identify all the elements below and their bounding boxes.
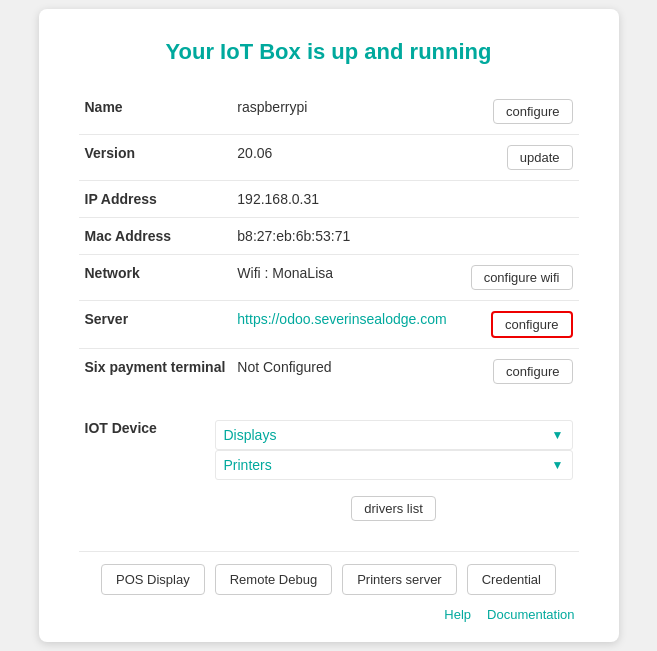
- field-action-4: configure wifi: [459, 255, 579, 301]
- field-value-4: Wifi : MonaLisa: [231, 255, 458, 301]
- server-button[interactable]: configure: [491, 311, 572, 338]
- field-value-0: raspberrypi: [231, 89, 458, 135]
- six-payment-terminal-button[interactable]: configure: [493, 359, 572, 384]
- field-action-2: [459, 181, 579, 218]
- server-link[interactable]: https://odoo.severinsealodge.com: [237, 311, 446, 327]
- field-label-5: Server: [79, 301, 232, 349]
- footer-buttons: POS DisplayRemote DebugPrinters serverCr…: [79, 551, 579, 595]
- field-label-0: Name: [79, 89, 232, 135]
- page-title: Your IoT Box is up and running: [79, 39, 579, 65]
- field-value-5: https://odoo.severinsealodge.com: [231, 301, 458, 349]
- device-item-displays[interactable]: Displays▼: [215, 420, 573, 450]
- field-value-3: b8:27:eb:6b:53:71: [231, 218, 458, 255]
- field-label-4: Network: [79, 255, 232, 301]
- iot-device-table: IOT Device Displays▼Printers▼ drivers li…: [79, 410, 579, 535]
- field-action-6: configure: [459, 349, 579, 395]
- chevron-down-icon-0: ▼: [552, 428, 564, 442]
- field-action-1: update: [459, 135, 579, 181]
- name-button[interactable]: configure: [493, 99, 572, 124]
- footer-btn-credential[interactable]: Credential: [467, 564, 556, 595]
- field-action-5: configure: [459, 301, 579, 349]
- field-action-3: [459, 218, 579, 255]
- field-action-0: configure: [459, 89, 579, 135]
- field-label-6: Six payment terminal: [79, 349, 232, 395]
- bottom-link-help[interactable]: Help: [444, 607, 471, 622]
- drivers-row: drivers list: [215, 496, 573, 521]
- field-value-1: 20.06: [231, 135, 458, 181]
- footer-btn-pos-display[interactable]: POS Display: [101, 564, 205, 595]
- field-value-6: Not Configured: [231, 349, 458, 395]
- device-name-0: Displays: [224, 427, 277, 443]
- footer-btn-remote-debug[interactable]: Remote Debug: [215, 564, 332, 595]
- iot-card: Your IoT Box is up and running Nameraspb…: [39, 9, 619, 642]
- network-button[interactable]: configure wifi: [471, 265, 573, 290]
- bottom-links: HelpDocumentation: [79, 607, 579, 622]
- field-label-2: IP Address: [79, 181, 232, 218]
- device-item-printers[interactable]: Printers▼: [215, 450, 573, 480]
- version-button[interactable]: update: [507, 145, 573, 170]
- field-value-2: 192.168.0.31: [231, 181, 458, 218]
- iot-device-label: IOT Device: [85, 420, 157, 436]
- info-table: NameraspberrypiconfigureVersion20.06upda…: [79, 89, 579, 394]
- bottom-link-documentation[interactable]: Documentation: [487, 607, 574, 622]
- device-name-1: Printers: [224, 457, 272, 473]
- field-label-3: Mac Address: [79, 218, 232, 255]
- chevron-down-icon-1: ▼: [552, 458, 564, 472]
- field-label-1: Version: [79, 135, 232, 181]
- drivers-list-button[interactable]: drivers list: [351, 496, 436, 521]
- footer-btn-printers-server[interactable]: Printers server: [342, 564, 457, 595]
- device-section: Displays▼Printers▼ drivers list: [215, 420, 573, 525]
